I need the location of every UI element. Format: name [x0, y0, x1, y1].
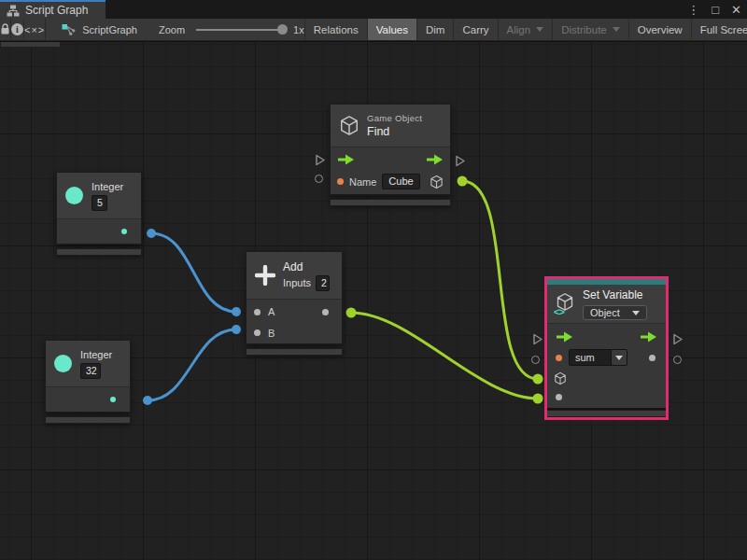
output-port-sum[interactable] [322, 309, 329, 315]
find-control-out-triangle[interactable] [455, 155, 466, 167]
wire-endpoint[interactable] [533, 374, 543, 385]
align-dropdown-button[interactable]: Align [498, 19, 553, 40]
zoom-control: Zoom 1x [159, 19, 304, 40]
unity-script-graph-window: Script Graph ⋮ □ ✕ i <×> [0, 0, 747, 560]
node-gameobject-find[interactable]: Game Object Find Na [330, 104, 451, 206]
flow-output-arrow-icon[interactable] [640, 331, 657, 343]
target-gameobject-port-icon[interactable] [554, 371, 567, 385]
output-value-port[interactable] [649, 355, 655, 361]
plus-icon [255, 265, 275, 286]
find-name-in-circle[interactable] [315, 175, 323, 183]
chevron-down-icon [615, 356, 623, 360]
output-port[interactable] [110, 397, 116, 402]
zoom-slider-track[interactable] [196, 29, 285, 31]
node-title: Set Variable [583, 287, 647, 302]
script-graph-icon [62, 23, 76, 35]
graph-toolbar: i <×> ScriptGraph Zoom 1x Relations Valu… [0, 19, 747, 41]
dropdown-button[interactable] [611, 350, 627, 365]
toolbar-button-group: Relations Values Dim Carry Align Distrib… [304, 19, 747, 40]
chevron-down-icon [613, 27, 620, 32]
object-variable-icon: <> [555, 292, 574, 316]
info-icon: i [11, 23, 23, 35]
setvariable-control-in-triangle[interactable] [532, 333, 543, 345]
carry-button[interactable]: Carry [453, 19, 497, 40]
variable-scope-dropdown[interactable]: Object [583, 305, 647, 320]
tab-title: Script Graph [25, 4, 88, 17]
wire-endpoint[interactable] [533, 394, 543, 404]
integer-type-icon [65, 187, 83, 204]
port-a-label: A [268, 306, 275, 317]
code-preview-button[interactable]: <×> [24, 19, 46, 40]
wire-integer5-to-add-a[interactable] [151, 233, 236, 312]
graph-breadcrumb[interactable]: ScriptGraph [46, 19, 137, 40]
node-footer [330, 199, 451, 206]
port-b-label: B [268, 328, 275, 339]
node-footer [45, 416, 131, 424]
window-controls: ⋮ □ ✕ [687, 0, 741, 19]
node-add[interactable]: Add Inputs 2 A B [246, 251, 343, 356]
wire-integer32-to-add-b[interactable] [148, 329, 236, 400]
variable-name-port[interactable] [556, 355, 562, 361]
variable-name-dropdown[interactable]: sum [569, 349, 627, 366]
output-port[interactable] [121, 229, 127, 234]
tab-script-graph[interactable]: Script Graph [0, 0, 106, 19]
integer-value-field[interactable]: 32 [80, 363, 101, 379]
zoom-label: Zoom [159, 24, 185, 35]
wire-endpoint[interactable] [147, 229, 156, 238]
distribute-label: Distribute [561, 24, 607, 35]
overview-button[interactable]: Overview [628, 19, 691, 40]
gameobject-output-port-icon[interactable] [430, 175, 444, 189]
relations-button[interactable]: Relations [304, 19, 367, 40]
dim-button[interactable]: Dim [416, 19, 453, 40]
setvariable-in-circle[interactable] [531, 356, 540, 364]
name-value-field[interactable]: Cube [382, 174, 419, 189]
graph-canvas[interactable]: Integer 5 Integer 32 [0, 42, 747, 560]
name-input-port[interactable] [337, 178, 344, 185]
wire-find-to-setvariable-target[interactable] [462, 181, 538, 379]
flow-input-arrow-icon[interactable] [337, 154, 355, 165]
node-integer-32[interactable]: Integer 32 [45, 340, 131, 424]
flow-output-arrow-icon[interactable] [426, 154, 444, 165]
integer-value-field[interactable]: 5 [92, 195, 107, 211]
inputs-count-field[interactable]: 2 [316, 275, 330, 291]
wire-endpoint[interactable] [458, 176, 468, 187]
scope-label: Object [590, 307, 620, 318]
node-category: Game Object [367, 113, 422, 124]
node-set-variable-selected[interactable]: <> Set Variable Object [544, 276, 669, 420]
wire-endpoint[interactable] [346, 308, 357, 318]
node-title: Integer [80, 349, 112, 361]
wire-endpoint[interactable] [232, 307, 241, 316]
node-title: Add [283, 259, 330, 274]
input-port-b[interactable] [254, 329, 261, 336]
gameobject-cube-icon [339, 115, 359, 136]
input-port-a[interactable] [254, 309, 261, 315]
distribute-dropdown-button[interactable]: Distribute [552, 19, 628, 40]
wire-endpoint[interactable] [232, 325, 241, 334]
values-button[interactable]: Values [367, 19, 416, 40]
code-icon: <×> [24, 24, 45, 35]
menu-icon[interactable]: ⋮ [687, 4, 699, 16]
chevron-down-icon [632, 311, 640, 315]
zoom-slider-handle[interactable] [277, 24, 288, 35]
wire-endpoint[interactable] [143, 396, 152, 405]
align-label: Align [507, 24, 531, 35]
setvariable-out-circle[interactable] [673, 356, 682, 364]
node-title: Find [367, 124, 422, 139]
node-title: Integer [92, 181, 123, 193]
node-footer [547, 410, 666, 417]
maximize-icon[interactable]: □ [712, 4, 719, 16]
setvariable-control-out-triangle[interactable] [672, 333, 684, 345]
fullscreen-button[interactable]: Full Screen [691, 19, 747, 40]
node-footer [246, 348, 343, 356]
find-control-in-triangle[interactable] [315, 154, 326, 166]
node-integer-5[interactable]: Integer 5 [56, 172, 142, 256]
flow-input-arrow-icon[interactable] [556, 331, 573, 343]
close-icon[interactable]: ✕ [731, 4, 741, 16]
info-button[interactable]: i [11, 19, 24, 40]
graph-name-label: ScriptGraph [82, 24, 137, 35]
variable-name-value[interactable]: sum [570, 350, 611, 365]
wire-add-to-setvariable-value[interactable] [351, 313, 538, 399]
lock-button[interactable] [0, 19, 11, 40]
value-input-port[interactable] [556, 394, 562, 400]
node-footer [56, 248, 142, 256]
